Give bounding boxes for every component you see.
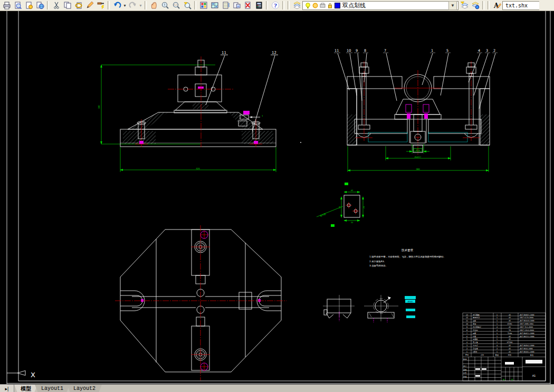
pan-icon[interactable] bbox=[148, 1, 159, 10]
toolbar-separator bbox=[282, 1, 284, 9]
layer-lock-icon[interactable] bbox=[326, 2, 333, 9]
svg-text:4: 4 bbox=[496, 345, 498, 347]
svg-text:压板: 压板 bbox=[473, 320, 476, 322]
zoom-previous-icon[interactable] bbox=[182, 1, 193, 10]
svg-text:JB/T 8008.5-1999: JB/T 8008.5-1999 bbox=[519, 314, 534, 316]
toolbar-separator bbox=[266, 1, 268, 9]
svg-text:标记: 标记 bbox=[463, 358, 467, 360]
toolbar-separator bbox=[194, 1, 196, 9]
bom-rows: 13开口垫圈145JB/T 8008.5-199912螺母M12145GB/T … bbox=[466, 314, 534, 353]
layer-previous-icon[interactable] bbox=[459, 1, 470, 10]
svg-text:4: 4 bbox=[478, 49, 480, 53]
svg-text:GB/T 119.2-2000: GB/T 119.2-2000 bbox=[520, 329, 534, 331]
svg-text:JB/T 8018.1-1999: JB/T 8018.1-1999 bbox=[519, 351, 534, 353]
toolbar-separator bbox=[288, 1, 290, 9]
svg-text:13: 13 bbox=[466, 314, 468, 316]
svg-text:1: 1 bbox=[496, 332, 498, 334]
toolbar-separator bbox=[488, 1, 490, 9]
cyan-highlight-bars: Ø045 bbox=[405, 296, 416, 318]
svg-text:45: 45 bbox=[509, 314, 511, 316]
tab-layout2[interactable]: Layout2 bbox=[67, 385, 102, 392]
svg-text:定位销: 定位销 bbox=[473, 329, 478, 331]
svg-text:JB/T 8010.9-1999: JB/T 8010.9-1999 bbox=[519, 320, 534, 322]
svg-text:螺母M12: 螺母M12 bbox=[473, 317, 480, 319]
tab-layout1[interactable]: Layout1 bbox=[35, 385, 70, 392]
layers-icon[interactable] bbox=[291, 1, 302, 10]
svg-text:2: 2 bbox=[496, 329, 498, 331]
designcenter-icon[interactable] bbox=[209, 1, 220, 10]
ucs-x-label: X bbox=[31, 371, 35, 379]
copy-icon[interactable] bbox=[62, 1, 73, 10]
etransmit-icon[interactable] bbox=[34, 1, 45, 10]
layer-on-bulb-icon[interactable] bbox=[304, 2, 311, 9]
properties-icon[interactable] bbox=[198, 1, 209, 10]
bom-header: 序号 名称 数量 材料 备注 bbox=[465, 354, 533, 356]
tab-nav-buttons[interactable]: ▸| bbox=[0, 385, 14, 392]
markup-icon[interactable] bbox=[242, 1, 253, 10]
zoom-realtime-icon[interactable] bbox=[159, 1, 170, 10]
zoom-window-icon[interactable] bbox=[170, 1, 182, 10]
technical-notes: 技术要求 1.铸件表面平整，不得有裂纹、飞边，碰伤工件以及影响使用性能的缺陷。 … bbox=[369, 248, 446, 267]
svg-text:2.未注圆角R3。: 2.未注圆角R3。 bbox=[369, 260, 386, 263]
redo-button[interactable] bbox=[127, 1, 138, 10]
svg-text:45: 45 bbox=[509, 351, 511, 353]
drawing-canvas[interactable]: X 180 420 bbox=[0, 11, 554, 384]
notes-title: 技术要求 bbox=[402, 248, 414, 252]
svg-text:1: 1 bbox=[496, 314, 498, 316]
svg-text:审: 审 bbox=[511, 379, 513, 381]
text-style-combo[interactable]: txt.shx bbox=[502, 1, 539, 10]
svg-text:GB/T 70.1-2000: GB/T 70.1-2000 bbox=[520, 326, 533, 328]
svg-text:设计: 设计 bbox=[463, 365, 467, 367]
layer-combo-dropdown[interactable]: ▼ bbox=[448, 1, 457, 10]
svg-text:1: 1 bbox=[496, 323, 498, 325]
layer-plot-icon[interactable] bbox=[319, 2, 326, 9]
help-icon[interactable]: ? bbox=[270, 1, 281, 10]
undo-dropdown[interactable]: ▾ bbox=[122, 1, 127, 10]
svg-text:2: 2 bbox=[493, 49, 495, 53]
svg-text:名称: 名称 bbox=[481, 354, 484, 356]
svg-text:6: 6 bbox=[466, 336, 467, 338]
stud-bolt-left bbox=[356, 61, 372, 141]
svg-text:25: 25 bbox=[363, 206, 365, 208]
side-view-dims: Ø24 Ø40H7 380 bbox=[348, 144, 489, 172]
ucs-icon: X bbox=[7, 371, 35, 379]
svg-text:开口垫圈: 开口垫圈 bbox=[473, 314, 480, 316]
svg-text:GB/T 6170-2000: GB/T 6170-2000 bbox=[520, 317, 533, 319]
svg-text:45: 45 bbox=[509, 320, 511, 322]
tab-model[interactable]: 模型 bbox=[14, 385, 37, 392]
cut-icon[interactable] bbox=[51, 1, 62, 10]
layer-states-icon[interactable] bbox=[470, 1, 481, 10]
publish-icon[interactable] bbox=[23, 1, 34, 10]
print-icon[interactable] bbox=[1, 1, 12, 10]
svg-text:审核: 审核 bbox=[463, 369, 467, 371]
print-preview-icon[interactable] bbox=[12, 1, 23, 10]
tool-palettes-icon[interactable] bbox=[220, 1, 231, 10]
svg-text:JB/T 8045.1-1999: JB/T 8045.1-1999 bbox=[519, 332, 534, 334]
cyan-bar-label: Ø045 bbox=[408, 301, 413, 303]
svg-text:V形块: V形块 bbox=[473, 351, 477, 353]
pencil-edit-icon[interactable] bbox=[84, 1, 95, 10]
undo-button[interactable] bbox=[111, 1, 122, 10]
layer-color-swatch[interactable] bbox=[333, 2, 341, 9]
layer-combo[interactable]: 双点划线 ▼ bbox=[302, 1, 459, 10]
svg-text:11: 11 bbox=[335, 49, 339, 53]
paste-icon[interactable] bbox=[73, 1, 84, 10]
svg-text:衬套: 衬套 bbox=[473, 336, 476, 338]
svg-text:10: 10 bbox=[347, 49, 351, 53]
svg-text:30: 30 bbox=[351, 222, 353, 224]
svg-text:10: 10 bbox=[466, 323, 468, 325]
sheetset-manager-icon[interactable] bbox=[231, 1, 242, 10]
svg-text:1: 1 bbox=[496, 351, 498, 353]
svg-text:4: 4 bbox=[496, 326, 498, 328]
svg-text:夹具体: 夹具体 bbox=[473, 341, 478, 343]
calculator-icon[interactable] bbox=[253, 1, 264, 10]
svg-text:1: 1 bbox=[496, 341, 498, 343]
current-layer-name: 双点划线 bbox=[342, 2, 448, 9]
match-properties-icon[interactable] bbox=[95, 1, 106, 10]
layer-freeze-sun-icon[interactable] bbox=[311, 2, 319, 9]
redo-dropdown[interactable]: ▾ bbox=[138, 1, 143, 10]
toolbar-separator bbox=[145, 1, 147, 9]
svg-text:定位键: 定位键 bbox=[473, 348, 478, 350]
text-style-icon[interactable]: A bbox=[491, 1, 502, 10]
svg-text:放大图: 放大图 bbox=[319, 213, 326, 217]
